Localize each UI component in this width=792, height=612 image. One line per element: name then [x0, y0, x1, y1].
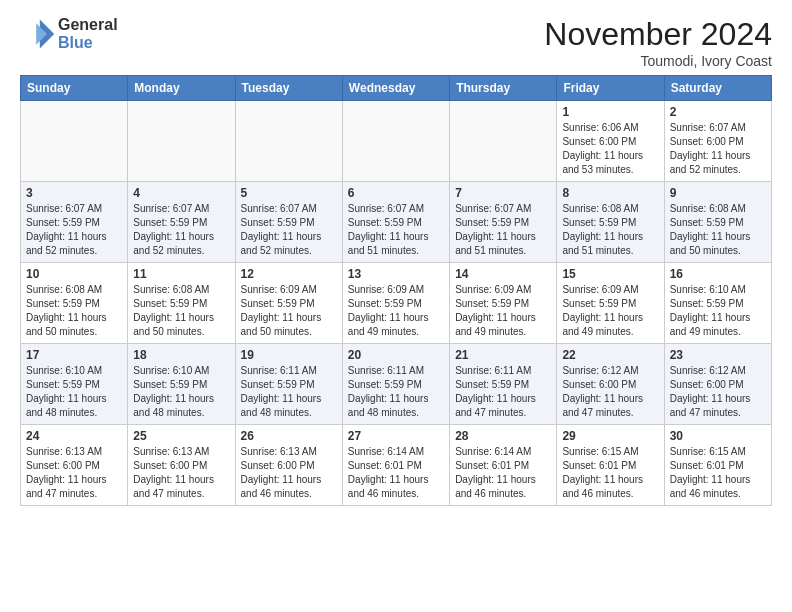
day-cell: 1Sunrise: 6:06 AM Sunset: 6:00 PM Daylig… — [557, 101, 664, 182]
day-cell — [128, 101, 235, 182]
day-cell: 29Sunrise: 6:15 AM Sunset: 6:01 PM Dayli… — [557, 425, 664, 506]
day-number: 26 — [241, 429, 337, 443]
day-cell: 14Sunrise: 6:09 AM Sunset: 5:59 PM Dayli… — [450, 263, 557, 344]
day-cell: 26Sunrise: 6:13 AM Sunset: 6:00 PM Dayli… — [235, 425, 342, 506]
day-number: 7 — [455, 186, 551, 200]
day-cell — [235, 101, 342, 182]
day-info: Sunrise: 6:13 AM Sunset: 6:00 PM Dayligh… — [26, 445, 122, 501]
day-info: Sunrise: 6:07 AM Sunset: 5:59 PM Dayligh… — [241, 202, 337, 258]
day-info: Sunrise: 6:10 AM Sunset: 5:59 PM Dayligh… — [670, 283, 766, 339]
day-cell: 28Sunrise: 6:14 AM Sunset: 6:01 PM Dayli… — [450, 425, 557, 506]
header-saturday: Saturday — [664, 76, 771, 101]
day-number: 18 — [133, 348, 229, 362]
header-tuesday: Tuesday — [235, 76, 342, 101]
day-cell: 21Sunrise: 6:11 AM Sunset: 5:59 PM Dayli… — [450, 344, 557, 425]
day-number: 17 — [26, 348, 122, 362]
day-cell: 18Sunrise: 6:10 AM Sunset: 5:59 PM Dayli… — [128, 344, 235, 425]
day-info: Sunrise: 6:07 AM Sunset: 5:59 PM Dayligh… — [348, 202, 444, 258]
day-number: 3 — [26, 186, 122, 200]
logo-text: General Blue — [58, 16, 118, 51]
day-cell: 19Sunrise: 6:11 AM Sunset: 5:59 PM Dayli… — [235, 344, 342, 425]
day-cell: 4Sunrise: 6:07 AM Sunset: 5:59 PM Daylig… — [128, 182, 235, 263]
day-cell: 12Sunrise: 6:09 AM Sunset: 5:59 PM Dayli… — [235, 263, 342, 344]
day-number: 23 — [670, 348, 766, 362]
day-number: 2 — [670, 105, 766, 119]
day-cell: 5Sunrise: 6:07 AM Sunset: 5:59 PM Daylig… — [235, 182, 342, 263]
day-info: Sunrise: 6:09 AM Sunset: 5:59 PM Dayligh… — [562, 283, 658, 339]
day-info: Sunrise: 6:15 AM Sunset: 6:01 PM Dayligh… — [670, 445, 766, 501]
day-number: 20 — [348, 348, 444, 362]
title-block: November 2024 Toumodi, Ivory Coast — [544, 16, 772, 69]
day-number: 10 — [26, 267, 122, 281]
day-info: Sunrise: 6:09 AM Sunset: 5:59 PM Dayligh… — [455, 283, 551, 339]
day-info: Sunrise: 6:11 AM Sunset: 5:59 PM Dayligh… — [455, 364, 551, 420]
day-number: 6 — [348, 186, 444, 200]
day-cell: 22Sunrise: 6:12 AM Sunset: 6:00 PM Dayli… — [557, 344, 664, 425]
day-number: 27 — [348, 429, 444, 443]
day-info: Sunrise: 6:10 AM Sunset: 5:59 PM Dayligh… — [133, 364, 229, 420]
day-info: Sunrise: 6:11 AM Sunset: 5:59 PM Dayligh… — [241, 364, 337, 420]
day-number: 29 — [562, 429, 658, 443]
day-info: Sunrise: 6:07 AM Sunset: 5:59 PM Dayligh… — [133, 202, 229, 258]
day-cell: 13Sunrise: 6:09 AM Sunset: 5:59 PM Dayli… — [342, 263, 449, 344]
header-wednesday: Wednesday — [342, 76, 449, 101]
day-number: 13 — [348, 267, 444, 281]
day-cell: 10Sunrise: 6:08 AM Sunset: 5:59 PM Dayli… — [21, 263, 128, 344]
calendar-title: November 2024 — [544, 16, 772, 53]
day-cell: 7Sunrise: 6:07 AM Sunset: 5:59 PM Daylig… — [450, 182, 557, 263]
calendar-body: 1Sunrise: 6:06 AM Sunset: 6:00 PM Daylig… — [21, 101, 772, 506]
day-info: Sunrise: 6:08 AM Sunset: 5:59 PM Dayligh… — [133, 283, 229, 339]
day-info: Sunrise: 6:14 AM Sunset: 6:01 PM Dayligh… — [348, 445, 444, 501]
day-info: Sunrise: 6:09 AM Sunset: 5:59 PM Dayligh… — [241, 283, 337, 339]
logo-general: General — [58, 16, 118, 34]
week-row-3: 10Sunrise: 6:08 AM Sunset: 5:59 PM Dayli… — [21, 263, 772, 344]
day-number: 15 — [562, 267, 658, 281]
day-number: 1 — [562, 105, 658, 119]
day-cell: 15Sunrise: 6:09 AM Sunset: 5:59 PM Dayli… — [557, 263, 664, 344]
day-info: Sunrise: 6:08 AM Sunset: 5:59 PM Dayligh… — [26, 283, 122, 339]
header-thursday: Thursday — [450, 76, 557, 101]
calendar-subtitle: Toumodi, Ivory Coast — [544, 53, 772, 69]
day-cell: 6Sunrise: 6:07 AM Sunset: 5:59 PM Daylig… — [342, 182, 449, 263]
page: General Blue November 2024 Toumodi, Ivor… — [0, 0, 792, 522]
day-cell: 24Sunrise: 6:13 AM Sunset: 6:00 PM Dayli… — [21, 425, 128, 506]
day-cell: 3Sunrise: 6:07 AM Sunset: 5:59 PM Daylig… — [21, 182, 128, 263]
day-cell — [342, 101, 449, 182]
day-number: 30 — [670, 429, 766, 443]
day-number: 5 — [241, 186, 337, 200]
header-row: Sunday Monday Tuesday Wednesday Thursday… — [21, 76, 772, 101]
day-cell: 20Sunrise: 6:11 AM Sunset: 5:59 PM Dayli… — [342, 344, 449, 425]
day-number: 9 — [670, 186, 766, 200]
logo-blue: Blue — [58, 34, 118, 52]
header: General Blue November 2024 Toumodi, Ivor… — [20, 16, 772, 69]
day-number: 11 — [133, 267, 229, 281]
day-cell: 11Sunrise: 6:08 AM Sunset: 5:59 PM Dayli… — [128, 263, 235, 344]
day-info: Sunrise: 6:13 AM Sunset: 6:00 PM Dayligh… — [133, 445, 229, 501]
day-info: Sunrise: 6:10 AM Sunset: 5:59 PM Dayligh… — [26, 364, 122, 420]
week-row-5: 24Sunrise: 6:13 AM Sunset: 6:00 PM Dayli… — [21, 425, 772, 506]
day-cell: 27Sunrise: 6:14 AM Sunset: 6:01 PM Dayli… — [342, 425, 449, 506]
day-cell — [450, 101, 557, 182]
logo: General Blue — [20, 16, 118, 52]
day-number: 14 — [455, 267, 551, 281]
logo-icon — [20, 16, 56, 52]
day-number: 8 — [562, 186, 658, 200]
day-info: Sunrise: 6:14 AM Sunset: 6:01 PM Dayligh… — [455, 445, 551, 501]
calendar-table: Sunday Monday Tuesday Wednesday Thursday… — [20, 75, 772, 506]
day-info: Sunrise: 6:12 AM Sunset: 6:00 PM Dayligh… — [670, 364, 766, 420]
day-info: Sunrise: 6:08 AM Sunset: 5:59 PM Dayligh… — [670, 202, 766, 258]
day-number: 12 — [241, 267, 337, 281]
header-friday: Friday — [557, 76, 664, 101]
day-number: 22 — [562, 348, 658, 362]
day-number: 16 — [670, 267, 766, 281]
day-cell: 16Sunrise: 6:10 AM Sunset: 5:59 PM Dayli… — [664, 263, 771, 344]
day-number: 19 — [241, 348, 337, 362]
day-info: Sunrise: 6:08 AM Sunset: 5:59 PM Dayligh… — [562, 202, 658, 258]
week-row-4: 17Sunrise: 6:10 AM Sunset: 5:59 PM Dayli… — [21, 344, 772, 425]
day-cell: 17Sunrise: 6:10 AM Sunset: 5:59 PM Dayli… — [21, 344, 128, 425]
day-info: Sunrise: 6:09 AM Sunset: 5:59 PM Dayligh… — [348, 283, 444, 339]
day-number: 28 — [455, 429, 551, 443]
week-row-2: 3Sunrise: 6:07 AM Sunset: 5:59 PM Daylig… — [21, 182, 772, 263]
day-cell: 25Sunrise: 6:13 AM Sunset: 6:00 PM Dayli… — [128, 425, 235, 506]
day-cell: 30Sunrise: 6:15 AM Sunset: 6:01 PM Dayli… — [664, 425, 771, 506]
